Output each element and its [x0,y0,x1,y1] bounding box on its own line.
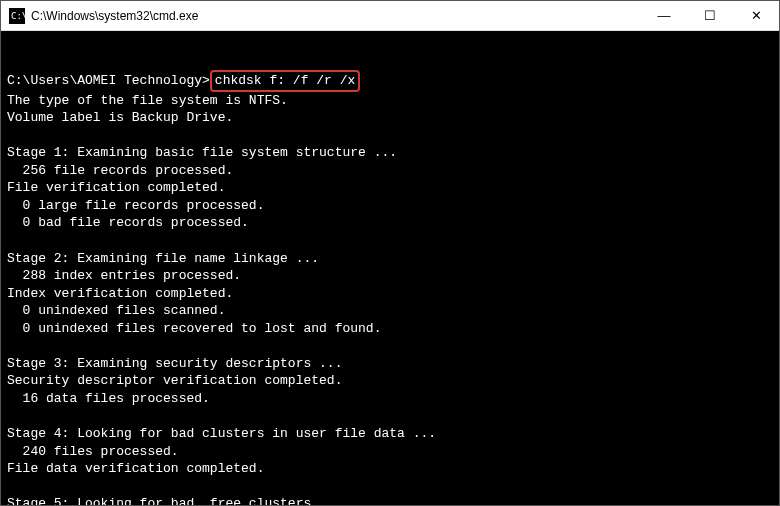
output-line: 256 file records processed. [7,162,773,180]
output-line: Index verification completed. [7,285,773,303]
maximize-button[interactable]: ☐ [687,1,733,30]
output-line: Stage 3: Examining security descriptors … [7,355,773,373]
output-line: 0 large file records processed. [7,197,773,215]
cmd-window: C:\ C:\Windows\system32\cmd.exe — ☐ ✕ C:… [0,0,780,506]
output-line: Stage 4: Looking for bad clusters in use… [7,425,773,443]
output-line: Security descriptor verification complet… [7,372,773,390]
svg-text:C:\: C:\ [11,11,25,21]
output-line: Volume label is Backup Drive. [7,109,773,127]
minimize-button[interactable]: — [641,1,687,30]
output-line: 0 unindexed files scanned. [7,302,773,320]
prompt-prefix: C:\Users\AOMEI Technology> [7,73,210,88]
output-line: File data verification completed. [7,460,773,478]
output-line: Stage 1: Examining basic file system str… [7,144,773,162]
output-line: 0 bad file records processed. [7,214,773,232]
output-line: Stage 5: Looking for bad, free clusters … [7,495,773,505]
terminal-output: C:\Users\AOMEI Technology>chkdsk f: /f /… [1,31,779,505]
titlebar: C:\ C:\Windows\system32\cmd.exe — ☐ ✕ [1,1,779,31]
close-button[interactable]: ✕ [733,1,779,30]
cmd-icon: C:\ [9,8,25,24]
window-controls: — ☐ ✕ [641,1,779,30]
output-line: Stage 2: Examining file name linkage ... [7,250,773,268]
output-line: 240 files processed. [7,443,773,461]
output-line: 16 data files processed. [7,390,773,408]
output-line: The type of the file system is NTFS. [7,92,773,110]
command-text: chkdsk f: /f /r /x [215,73,355,88]
command-highlight: chkdsk f: /f /r /x [210,70,360,92]
output-line: File verification completed. [7,179,773,197]
output-line: 288 index entries processed. [7,267,773,285]
output-line: 0 unindexed files recovered to lost and … [7,320,773,338]
titlebar-path: C:\Windows\system32\cmd.exe [31,9,641,23]
